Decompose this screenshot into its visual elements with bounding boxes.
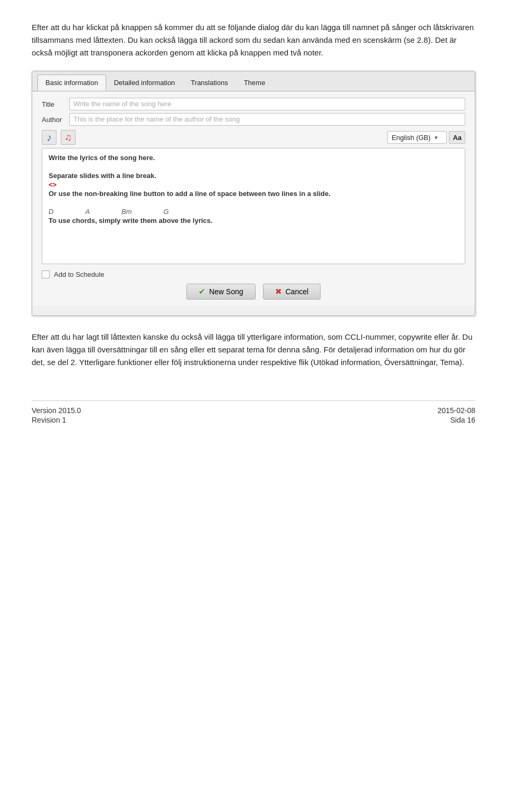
font-size-button[interactable]: Aa xyxy=(449,131,465,144)
language-dropdown-arrow: ▾ xyxy=(435,134,438,141)
tab-theme[interactable]: Theme xyxy=(236,74,273,91)
schedule-checkbox[interactable] xyxy=(42,270,50,278)
intro-text: Efter att du har klickat på knappen så k… xyxy=(32,21,475,59)
footer: Version 2015.0 Revision 1 2015-02-08 Sid… xyxy=(32,400,475,424)
lyrics-line-5: Or use the non-breaking line button to a… xyxy=(49,190,458,198)
lyrics-line-8: To use chords, simply write them above t… xyxy=(49,217,458,225)
new-song-label: New Song xyxy=(209,287,243,296)
cancel-button[interactable]: ✖ Cancel xyxy=(263,284,321,300)
checkmark-icon: ✔ xyxy=(199,287,205,296)
title-row: Title Write the name of the song here xyxy=(42,98,465,110)
footer-right: 2015-02-08 Sida 16 xyxy=(437,406,475,424)
music-note-red-icon: ♫ xyxy=(64,132,72,143)
lyrics-line-3: Separate slides with a line break. xyxy=(49,172,458,180)
title-label: Title xyxy=(42,100,69,108)
tab-detailed-information[interactable]: Detailed information xyxy=(106,74,183,91)
author-input[interactable]: This is the place for the name of the au… xyxy=(69,113,465,126)
lyrics-line-1: Write the lyrics of the song here. xyxy=(49,154,458,162)
chord-d: D xyxy=(49,208,53,216)
cancel-label: Cancel xyxy=(286,287,309,296)
music-note-icon: ♪ xyxy=(46,132,52,144)
lyrics-line-2 xyxy=(49,163,458,171)
footer-left: Version 2015.0 Revision 1 xyxy=(32,406,81,424)
tab-basic-information[interactable]: Basic information xyxy=(37,74,106,91)
chords-row: D A Bm G xyxy=(49,208,458,216)
revision-label: Revision 1 xyxy=(32,416,81,424)
author-placeholder: This is the place for the name of the au… xyxy=(73,115,240,123)
lyrics-line-4: <> xyxy=(49,181,458,189)
page-label: Sida 16 xyxy=(450,416,475,424)
schedule-label: Add to Schedule xyxy=(54,270,104,278)
language-dropdown[interactable]: English (GB) ▾ xyxy=(387,131,447,144)
lyrics-line-6 xyxy=(49,199,458,207)
version-label: Version 2015.0 xyxy=(32,406,81,415)
schedule-row: Add to Schedule xyxy=(42,270,465,278)
outro-text: Efter att du har lagt till låttexten kan… xyxy=(32,331,475,369)
x-icon: ✖ xyxy=(275,287,282,296)
lyrics-textarea[interactable]: Write the lyrics of the song here. Separ… xyxy=(42,148,465,264)
title-input[interactable]: Write the name of the song here xyxy=(69,98,465,110)
language-value: English (GB) xyxy=(392,134,431,142)
tab-translations[interactable]: Translations xyxy=(183,74,236,91)
author-row: Author This is the place for the name of… xyxy=(42,113,465,126)
author-label: Author xyxy=(42,116,69,124)
chord-g: G xyxy=(164,208,169,216)
aa-label: Aa xyxy=(453,134,462,142)
title-placeholder: Write the name of the song here xyxy=(73,100,171,108)
toolbar-row: ♪ ♫ English (GB) ▾ Aa xyxy=(42,130,465,145)
chord-bm: Bm xyxy=(121,208,132,216)
new-song-button[interactable]: ✔ New Song xyxy=(186,284,256,300)
button-row: ✔ New Song ✖ Cancel xyxy=(42,284,465,300)
music-note-button[interactable]: ♪ xyxy=(42,130,57,145)
song-dialog: Basic information Detailed information T… xyxy=(32,71,475,316)
chord-a: A xyxy=(85,208,90,216)
music-note-red-button[interactable]: ♫ xyxy=(61,130,76,145)
date-label: 2015-02-08 xyxy=(437,406,475,415)
dialog-body: Title Write the name of the song here Au… xyxy=(32,91,475,306)
language-selector[interactable]: English (GB) ▾ Aa xyxy=(387,131,465,144)
tab-bar: Basic information Detailed information T… xyxy=(32,71,475,91)
